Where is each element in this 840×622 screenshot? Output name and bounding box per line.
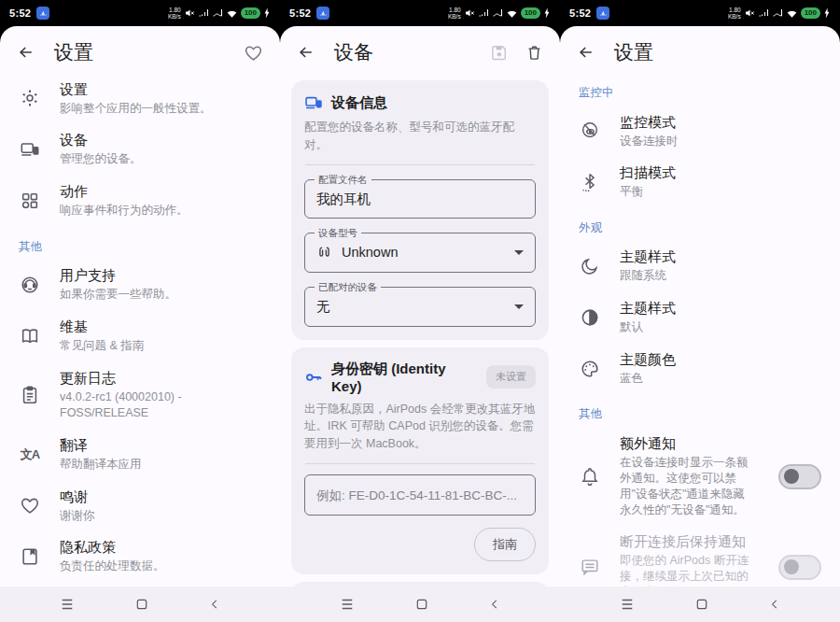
net-speed: 1.80KB/s [168, 7, 181, 20]
item-title: 隐私政策 [60, 539, 261, 557]
item-title: 鸣谢 [60, 488, 261, 506]
item-title: 翻译 [60, 437, 261, 455]
mute-icon [184, 7, 195, 19]
list-item-extra-notification[interactable]: 额外通知 在设备连接时显示一条额外通知。这使您可以禁用"设备状态"通道来隐藏永久… [560, 427, 840, 526]
back-button[interactable] [17, 43, 35, 62]
page-title: 设备 [334, 39, 373, 65]
navigation-bar [560, 587, 840, 622]
item-subtitle: 平衡 [620, 184, 821, 200]
item-title: 更新日志 [60, 370, 261, 388]
save-button[interactable] [490, 43, 509, 62]
wifi-icon [506, 8, 518, 19]
app-icon [316, 7, 329, 20]
battery-icon: 100 [241, 7, 260, 19]
list-item-monitor-mode[interactable]: 监控模式 设备连接时 [560, 106, 840, 157]
chevron-down-icon [514, 304, 524, 309]
list-item-translate[interactable]: 文A 翻译 帮助翻译本应用 [0, 429, 280, 480]
field-label: 已配对的设备 [315, 281, 381, 294]
devices-icon [19, 139, 41, 160]
list-item-changelog[interactable]: 更新日志 v4.0.2-rc1 (40002010) - FOSS/RELEAS… [0, 361, 280, 429]
app-icon [596, 7, 609, 20]
nav-back-icon[interactable] [768, 598, 781, 611]
charging-icon [823, 7, 831, 19]
item-title: 主题颜色 [620, 351, 821, 369]
item-subtitle: 管理您的设备。 [60, 151, 261, 167]
back-button[interactable] [577, 43, 595, 62]
section-header-appearance: 外观 [560, 208, 840, 241]
list-item-privacy-policy[interactable]: 隐私政策 负责任的处理数据。 [0, 531, 280, 583]
item-title: 主题样式 [620, 300, 821, 318]
item-subtitle: 跟随系统 [620, 268, 821, 284]
item-subtitle: 影响整个应用的一般性设置。 [60, 101, 261, 117]
device-model-select[interactable]: 设备型号 Unknown [304, 233, 536, 273]
palette-icon [579, 359, 601, 379]
identity-key-field[interactable] [304, 474, 536, 516]
support-icon [19, 275, 41, 295]
clipboard-icon [19, 385, 41, 405]
selected-value: 无 [316, 298, 330, 316]
nav-back-icon[interactable] [488, 598, 501, 611]
chevron-down-icon [514, 250, 524, 255]
nav-recents-icon[interactable] [619, 598, 636, 611]
page-title: 设置 [614, 39, 653, 65]
device-screen: 5:52 1.80KB/s 100 设备 [280, 0, 560, 622]
item-subtitle: v4.0.2-rc1 (40002010) - FOSS/RELEASE [60, 389, 261, 421]
key-icon [304, 368, 323, 387]
nav-home-icon[interactable] [694, 597, 709, 612]
monitor-eye-icon [579, 120, 601, 141]
charging-icon [543, 7, 551, 19]
back-button[interactable] [297, 43, 315, 62]
chat-bubble-icon [579, 557, 601, 577]
card-subtitle: 配置您的设备名称、型号和可选的蓝牙配对。 [304, 119, 536, 154]
item-subtitle: 默认 [620, 319, 821, 335]
paired-device-select[interactable]: 已配对的设备 无 [304, 287, 536, 327]
item-subtitle: 即使您的 AirPods 断开连接，继续显示上次已知的电池电量水平 [620, 553, 754, 587]
settings-screen: 5:52 1.80KB/s 100 设置 [0, 0, 280, 622]
guide-button[interactable]: 指南 [474, 528, 536, 561]
status-badge: 未设置 [486, 365, 536, 389]
extra-notification-toggle[interactable] [778, 464, 821, 489]
delete-button[interactable] [525, 44, 543, 62]
list-item-theme-color[interactable]: 主题颜色 蓝色 [560, 344, 840, 395]
policy-book-icon [19, 546, 41, 567]
general-settings-screen: 5:52 1.80KB/s 100 设置 监控中 监控模式 [560, 0, 840, 622]
keep-notification-toggle[interactable] [778, 555, 821, 580]
list-item-support[interactable]: 用户支持 如果你需要一些帮助。 [0, 260, 280, 311]
list-item-wiki[interactable]: 维基 常见问题 & 指南 [0, 311, 280, 362]
identity-key-card: 身份密钥 (Identity Key) 未设置 出于隐私原因，AirPods 会… [291, 347, 549, 574]
battery-icon: 100 [521, 7, 540, 19]
nav-home-icon[interactable] [134, 597, 149, 612]
identity-key-input[interactable] [316, 488, 524, 502]
back-arrow-icon [297, 43, 315, 62]
list-item-credits[interactable]: 鸣谢 谢谢你 [0, 480, 280, 531]
bluetooth-icon [579, 172, 601, 192]
list-item-theme-style[interactable]: 主题样式 默认 [560, 292, 840, 344]
sponsor-button[interactable] [244, 43, 263, 63]
signal2-icon [212, 7, 223, 19]
nav-recents-icon[interactable] [59, 598, 76, 611]
nav-home-icon[interactable] [414, 597, 429, 612]
list-item-actions[interactable]: 动作 响应事件和行为的动作。 [0, 176, 280, 227]
nav-back-icon[interactable] [208, 598, 221, 611]
list-item-keep-notification[interactable]: 断开连接后保持通知 即使您的 AirPods 断开连接，继续显示上次已知的电池电… [560, 526, 840, 587]
status-bar: 5:52 1.80KB/s 100 [560, 0, 840, 26]
profile-name-input[interactable] [316, 191, 524, 206]
book-icon [19, 326, 41, 346]
item-subtitle: 设备连接时 [620, 134, 821, 149]
section-header-monitoring: 监控中 [560, 73, 840, 106]
profile-name-field[interactable]: 配置文件名 [304, 179, 536, 219]
list-item-devices[interactable]: 设备 管理您的设备。 [0, 124, 280, 176]
page-title: 设置 [54, 39, 93, 65]
heart-icon [19, 495, 41, 516]
nav-recents-icon[interactable] [339, 598, 356, 611]
signal2-icon [492, 7, 503, 19]
list-item-general-settings[interactable]: 设置 影响整个应用的一般性设置。 [0, 73, 280, 124]
devices-icon [304, 93, 323, 112]
item-title: 动作 [60, 183, 261, 201]
list-item-scan-mode[interactable]: 扫描模式 平衡 [560, 157, 840, 208]
device-info-card: 设备信息 配置您的设备名称、型号和可选的蓝牙配对。 配置文件名 设备型号 Unk… [291, 80, 549, 340]
app-bar: 设置 [560, 26, 840, 73]
section-header-other: 其他 [0, 227, 280, 260]
list-item-theme-mode[interactable]: 主题样式 跟随系统 [560, 241, 840, 292]
app-bar: 设备 [280, 26, 560, 73]
